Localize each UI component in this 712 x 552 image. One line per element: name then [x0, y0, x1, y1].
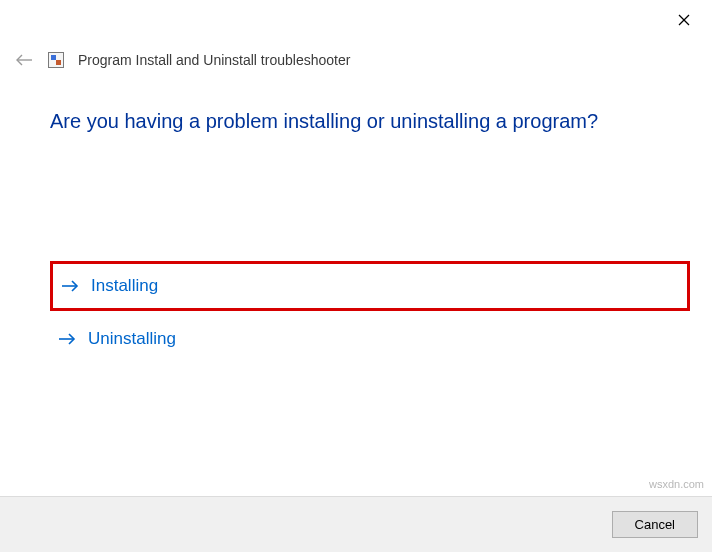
arrow-right-icon	[58, 330, 76, 348]
cancel-button[interactable]: Cancel	[612, 511, 698, 538]
back-arrow-icon	[15, 53, 33, 67]
footer: Cancel	[0, 496, 712, 552]
option-label: Uninstalling	[88, 329, 176, 349]
option-uninstalling[interactable]: Uninstalling	[50, 317, 690, 361]
app-icon	[48, 52, 64, 68]
option-installing[interactable]: Installing	[50, 261, 690, 311]
arrow-right-icon	[61, 277, 79, 295]
header: Program Install and Uninstall troublesho…	[14, 50, 350, 70]
window-title: Program Install and Uninstall troublesho…	[78, 52, 350, 68]
back-button[interactable]	[14, 50, 34, 70]
question-heading: Are you having a problem installing or u…	[50, 110, 690, 133]
close-button[interactable]	[674, 10, 694, 30]
content-area: Are you having a problem installing or u…	[50, 110, 690, 361]
watermark-text: wsxdn.com	[649, 478, 704, 490]
close-icon	[678, 14, 690, 26]
option-label: Installing	[91, 276, 158, 296]
